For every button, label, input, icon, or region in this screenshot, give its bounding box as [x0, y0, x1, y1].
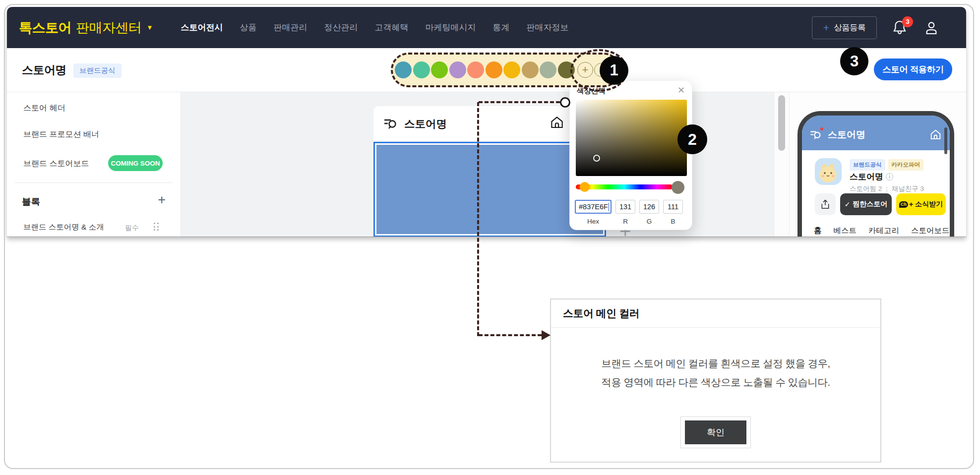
- store-avatar: [815, 158, 842, 185]
- block-item-store-name-intro[interactable]: 브랜드 스토어명 & 소개: [23, 222, 104, 233]
- g-label: G: [639, 218, 659, 225]
- close-icon[interactable]: ✕: [677, 85, 685, 96]
- seller-center-app: 톡스토어 판매자센터 ▼ 스토어전시상품판매관리정산관리고객혜택마케팅메시지통계…: [7, 7, 966, 237]
- phone-stats: 스토어찜 2|채널친구 3: [850, 184, 924, 193]
- account-button[interactable]: [923, 20, 939, 36]
- chevron-down-icon[interactable]: ▼: [147, 24, 153, 31]
- hex-label: Hex: [583, 218, 603, 225]
- brand-official-badge: 브랜드공식: [73, 63, 122, 78]
- canvas-scrollbar-thumb[interactable]: [778, 95, 785, 151]
- color-swatch[interactable]: [540, 61, 556, 78]
- person-icon: [923, 20, 939, 36]
- navbar-right: + 상품등록 3: [812, 16, 939, 39]
- stats-divider: |: [886, 185, 888, 193]
- sidebar-item-store-header[interactable]: 스토어 헤더: [23, 103, 65, 114]
- home-icon[interactable]: [929, 128, 942, 141]
- logo[interactable]: 톡스토어 판매자센터 ▼: [19, 19, 153, 37]
- color-swatch[interactable]: [395, 61, 412, 78]
- phone-buttons: ✓ 찜한스토어 Ch + 소식받기: [815, 193, 946, 215]
- nav-item-마케팅메시지[interactable]: 마케팅메시지: [425, 22, 476, 33]
- annotation-dash-line: [479, 334, 542, 336]
- color-swatch[interactable]: [558, 61, 575, 78]
- gradient-selector-ring[interactable]: [593, 155, 600, 162]
- phone-badge: 브랜드공식: [850, 159, 885, 171]
- color-swatch[interactable]: [449, 61, 466, 78]
- annotation-step-3: 3: [840, 47, 868, 75]
- phone-header: 스토어명: [802, 116, 950, 150]
- hue-slider[interactable]: [576, 184, 673, 189]
- search-icon: [809, 128, 822, 141]
- add-color-button[interactable]: +: [577, 62, 593, 78]
- annotation-step-1: 1: [600, 56, 628, 85]
- color-swatch[interactable]: [413, 61, 430, 78]
- subscribe-button[interactable]: Ch + 소식받기: [896, 193, 946, 215]
- nav-item-정산관리[interactable]: 정산관리: [324, 22, 358, 33]
- hex-input[interactable]: #837E6F: [575, 200, 612, 214]
- color-swatch[interactable]: [503, 61, 520, 78]
- sidebar: 스토어 헤더 브랜드 프로모션 배너 브랜드 스토어보드 COMING SOON…: [7, 92, 181, 237]
- r-input[interactable]: 131: [615, 200, 635, 214]
- saturation-gradient-area[interactable]: [576, 100, 687, 176]
- coming-soon-badge: COMING SOON: [108, 155, 163, 171]
- favorited-store-button[interactable]: ✓ 찜한스토어: [840, 193, 892, 215]
- nav-item-통계[interactable]: 통계: [492, 22, 509, 33]
- info-icon[interactable]: i: [886, 173, 893, 180]
- plus-icon: +: [823, 22, 829, 33]
- nav-item-스토어전시[interactable]: 스토어전시: [181, 22, 223, 33]
- nav-item-판매관리[interactable]: 판매관리: [273, 22, 307, 33]
- sidebar-item-brand-storeboard[interactable]: 브랜드 스토어보드: [23, 159, 89, 169]
- blocks-section-title: 블록: [22, 195, 40, 208]
- phone-badge: 카카오파머: [888, 159, 924, 171]
- b-input[interactable]: 111: [663, 200, 683, 214]
- phone-tab-베스트[interactable]: 베스트: [834, 226, 857, 236]
- search-icon: [382, 116, 398, 131]
- canvas-scrollbar[interactable]: [774, 92, 790, 237]
- nav-item-상품[interactable]: 상품: [240, 22, 256, 33]
- color-swatch[interactable]: [431, 61, 448, 78]
- notification-dot: [820, 127, 823, 130]
- phone-scrollbar-thumb[interactable]: [944, 127, 947, 154]
- annotation-dash-line: [479, 101, 560, 103]
- modal-body-text: 브랜드 스토어 메인 컬러를 흰색으로 설정 했을 경우, 적용 영역에 따라 …: [551, 354, 880, 392]
- sidebar-item-brand-promo-banner[interactable]: 브랜드 프로모션 배너: [23, 129, 99, 140]
- share-button[interactable]: [815, 193, 836, 215]
- r-label: R: [615, 218, 635, 225]
- phone-tab-홈[interactable]: 홈: [814, 226, 822, 236]
- notification-bell-button[interactable]: 3: [892, 19, 909, 36]
- check-icon: ✓: [845, 200, 851, 208]
- picker-title: 색상선택: [577, 86, 606, 96]
- drag-handle-icon[interactable]: [154, 223, 160, 231]
- annotation-dash-line: [477, 102, 479, 336]
- logo-suffix: 판매자센터: [76, 19, 142, 37]
- store-apply-button[interactable]: 스토어 적용하기: [874, 59, 952, 80]
- text-caret: [609, 203, 610, 211]
- product-register-button[interactable]: + 상품등록: [812, 16, 877, 39]
- required-tag: 필수: [125, 224, 139, 233]
- add-block-icon[interactable]: +: [158, 192, 166, 208]
- page-title: 스토어명: [22, 62, 66, 78]
- nav-item-판매자정보[interactable]: 판매자정보: [526, 22, 568, 33]
- nav-item-고객혜택[interactable]: 고객혜택: [374, 22, 408, 33]
- phone-store-name: 스토어명: [828, 128, 865, 141]
- store-main-color-modal: 스토어 메인 컬러 브랜드 스토어 메인 컬러를 흰색으로 설정 했을 경우, …: [550, 298, 881, 463]
- phone-badges: 브랜드공식카카오파머: [850, 159, 923, 171]
- hue-slider-thumb[interactable]: [580, 182, 590, 192]
- annotation-step-2: 2: [677, 124, 707, 154]
- phone-tab-스토어보드[interactable]: 스토어보드: [911, 226, 950, 236]
- home-icon[interactable]: [550, 115, 564, 130]
- kakao-channel-icon: Ch: [899, 201, 908, 208]
- color-picker-popup: 색상선택 ✕ #837E6F 131 126 111 Hex R G B: [569, 80, 692, 230]
- phone-tabs: 홈베스트카테고리스토어보드기획전: [814, 226, 954, 236]
- annotation-arrow-icon: [542, 330, 551, 340]
- top-navbar: 톡스토어 판매자센터 ▼ 스토어전시상품판매관리정산관리고객혜택마케팅메시지통계…: [7, 7, 966, 48]
- color-swatch[interactable]: [486, 61, 502, 78]
- sidebar-divider: [15, 182, 173, 183]
- confirm-button-wrap: 확인: [680, 416, 751, 448]
- phone-mockup: 스토어명: [797, 111, 954, 237]
- color-swatch-strip: + !: [391, 53, 621, 87]
- confirm-button[interactable]: 확인: [685, 420, 746, 444]
- g-input[interactable]: 126: [639, 200, 659, 214]
- phone-tab-카테고리[interactable]: 카테고리: [868, 226, 899, 236]
- color-swatch[interactable]: [467, 61, 484, 78]
- color-swatch[interactable]: [522, 61, 539, 78]
